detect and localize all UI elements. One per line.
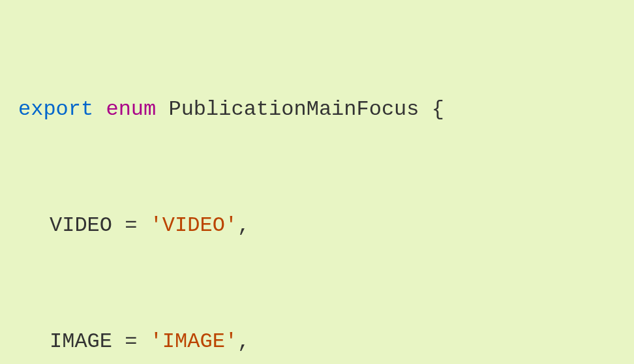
equals-sign: = xyxy=(112,329,150,354)
enum-declaration-line: export enum PublicationMainFocus { xyxy=(18,90,616,129)
open-brace: { xyxy=(432,97,444,121)
enum-member-line: IMAGE = 'IMAGE', xyxy=(18,322,616,361)
enum-member-value: 'IMAGE' xyxy=(150,329,237,354)
enum-keyword: enum xyxy=(106,97,156,121)
enum-member-name: VIDEO xyxy=(50,213,112,237)
code-block: export enum PublicationMainFocus { VIDEO… xyxy=(18,13,616,364)
enum-name: PublicationMainFocus xyxy=(168,97,419,121)
comma: , xyxy=(237,329,250,354)
equals-sign: = xyxy=(112,213,150,237)
comma: , xyxy=(237,213,250,237)
enum-member-value: 'VIDEO' xyxy=(150,213,237,237)
export-keyword: export xyxy=(18,97,93,121)
enum-member-line: VIDEO = 'VIDEO', xyxy=(18,206,616,245)
enum-member-name: IMAGE xyxy=(50,329,112,354)
